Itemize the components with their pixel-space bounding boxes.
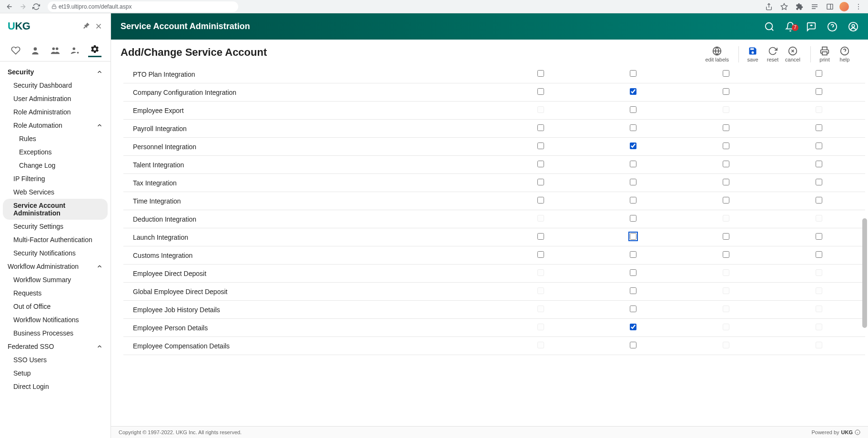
reading-list-icon[interactable]: [809, 1, 820, 12]
permission-checkbox[interactable]: [630, 269, 636, 276]
sidebar-item-role-administration[interactable]: Role Administration: [0, 105, 111, 119]
permission-checkbox[interactable]: [816, 233, 822, 240]
sidebar-item-setup[interactable]: Setup: [0, 367, 111, 380]
permission-checkbox[interactable]: [816, 124, 822, 131]
permission-checkbox[interactable]: [723, 251, 729, 258]
permission-checkbox[interactable]: [630, 197, 636, 204]
print-button[interactable]: print: [817, 46, 833, 62]
permission-checkbox[interactable]: [630, 70, 636, 77]
permission-checkbox[interactable]: [723, 179, 729, 185]
reset-button[interactable]: reset: [765, 46, 781, 62]
sidebar-item-direct-login[interactable]: Direct Login: [0, 380, 111, 393]
permission-checkbox[interactable]: [630, 324, 636, 330]
permission-checkbox[interactable]: [537, 251, 544, 258]
permission-checkbox[interactable]: [723, 88, 729, 95]
permission-checkbox[interactable]: [816, 143, 822, 149]
permission-checkbox[interactable]: [723, 70, 729, 77]
permission-checkbox[interactable]: [537, 197, 544, 204]
sidebar-item-sso-users[interactable]: SSO Users: [0, 353, 111, 367]
permission-checkbox[interactable]: [723, 161, 729, 167]
permission-checkbox[interactable]: [816, 251, 822, 258]
sidebar-item-out-of-office[interactable]: Out of Office: [0, 300, 111, 313]
permission-checkbox[interactable]: [537, 161, 544, 167]
share-icon[interactable]: [763, 1, 775, 12]
permission-checkbox[interactable]: [630, 233, 636, 240]
feedback-icon[interactable]: [806, 21, 817, 32]
sidebar-group-sso[interactable]: Federated SSO: [0, 340, 111, 353]
help-icon[interactable]: [827, 21, 838, 32]
star-icon[interactable]: [778, 1, 790, 12]
permission-checkbox[interactable]: [537, 70, 544, 77]
sidebar-item-web-services[interactable]: Web Services: [0, 185, 111, 199]
sidebar-item-security-notifications[interactable]: Security Notifications: [0, 246, 111, 260]
browser-url-bar[interactable]: et19.ultipro.com/default.aspx: [48, 1, 238, 12]
permission-checkbox[interactable]: [816, 88, 822, 95]
sidebar-item-workflow-notifications[interactable]: Workflow Notifications: [0, 313, 111, 326]
permission-checkbox[interactable]: [816, 70, 822, 77]
sidebar-item-security-settings[interactable]: Security Settings: [0, 220, 111, 233]
permission-checkbox[interactable]: [630, 179, 636, 185]
permission-checkbox[interactable]: [723, 124, 729, 131]
permission-checkbox[interactable]: [723, 233, 729, 240]
sidebar-group-security[interactable]: Security: [0, 65, 111, 79]
panel-icon[interactable]: [824, 1, 836, 12]
permission-checkbox[interactable]: [723, 143, 729, 149]
sidebar-item-business-processes[interactable]: Business Processes: [0, 326, 111, 340]
permission-checkbox[interactable]: [537, 124, 544, 131]
nav-settings-icon[interactable]: [88, 44, 101, 57]
permission-checkbox[interactable]: [630, 161, 636, 167]
browser-reload-button[interactable]: [30, 1, 42, 12]
search-icon[interactable]: [764, 21, 775, 32]
permission-checkbox[interactable]: [537, 179, 544, 185]
vertical-scrollbar[interactable]: [862, 218, 867, 328]
permission-checkbox[interactable]: [537, 233, 544, 240]
sidebar-item-exceptions[interactable]: Exceptions: [0, 145, 111, 159]
permission-checkbox[interactable]: [630, 88, 636, 95]
permission-checkbox[interactable]: [630, 143, 636, 149]
sidebar-item-workflow-summary[interactable]: Workflow Summary: [0, 273, 111, 286]
info-icon[interactable]: [855, 429, 860, 435]
permission-checkbox[interactable]: [723, 197, 729, 204]
browser-back-button[interactable]: [4, 1, 15, 12]
browser-forward-button[interactable]: [17, 1, 29, 12]
permission-checkbox[interactable]: [630, 215, 636, 222]
extensions-icon[interactable]: [794, 1, 805, 12]
sidebar-item-requests[interactable]: Requests: [0, 286, 111, 300]
notifications-icon[interactable]: 7: [785, 21, 796, 32]
save-button[interactable]: save: [745, 46, 761, 62]
close-icon[interactable]: [94, 22, 103, 31]
nav-favorites-icon[interactable]: [9, 44, 22, 57]
edit-labels-button[interactable]: edit labels: [705, 46, 729, 62]
nav-team-icon[interactable]: [49, 44, 62, 57]
profile-avatar[interactable]: [839, 2, 849, 11]
sidebar-item-role-automation[interactable]: Role Automation: [0, 119, 111, 132]
permission-checkbox[interactable]: [816, 197, 822, 204]
permission-checkbox-cell: [587, 138, 680, 156]
sidebar-item-service-account-administration[interactable]: Service Account Administration: [3, 199, 108, 220]
permission-checkbox[interactable]: [630, 124, 636, 131]
permission-checkbox-cell: [680, 102, 773, 120]
permission-checkbox[interactable]: [537, 88, 544, 95]
sidebar-item-change-log[interactable]: Change Log: [0, 159, 111, 172]
sidebar-item-user-administration[interactable]: User Administration: [0, 92, 111, 105]
account-icon[interactable]: [848, 21, 858, 32]
sidebar-item-mfa[interactable]: Multi-Factor Authentication: [0, 233, 111, 246]
help-button[interactable]: help: [837, 46, 853, 62]
permission-checkbox[interactable]: [537, 143, 544, 149]
permission-checkbox[interactable]: [630, 106, 636, 113]
permission-checkbox[interactable]: [816, 161, 822, 167]
sidebar-item-rules[interactable]: Rules: [0, 132, 111, 145]
nav-admin-icon[interactable]: [69, 44, 82, 57]
browser-menu-icon[interactable]: [853, 1, 864, 12]
cancel-button[interactable]: cancel: [785, 46, 801, 62]
permission-checkbox[interactable]: [630, 287, 636, 294]
permission-checkbox[interactable]: [630, 342, 636, 348]
permission-checkbox[interactable]: [816, 179, 822, 185]
nav-myself-icon[interactable]: [29, 44, 42, 57]
permission-checkbox[interactable]: [630, 251, 636, 258]
pin-icon[interactable]: [82, 22, 91, 31]
sidebar-group-workflow[interactable]: Workflow Administration: [0, 260, 111, 273]
sidebar-item-ip-filtering[interactable]: IP Filtering: [0, 172, 111, 185]
sidebar-item-security-dashboard[interactable]: Security Dashboard: [0, 79, 111, 92]
permission-checkbox[interactable]: [630, 306, 636, 312]
